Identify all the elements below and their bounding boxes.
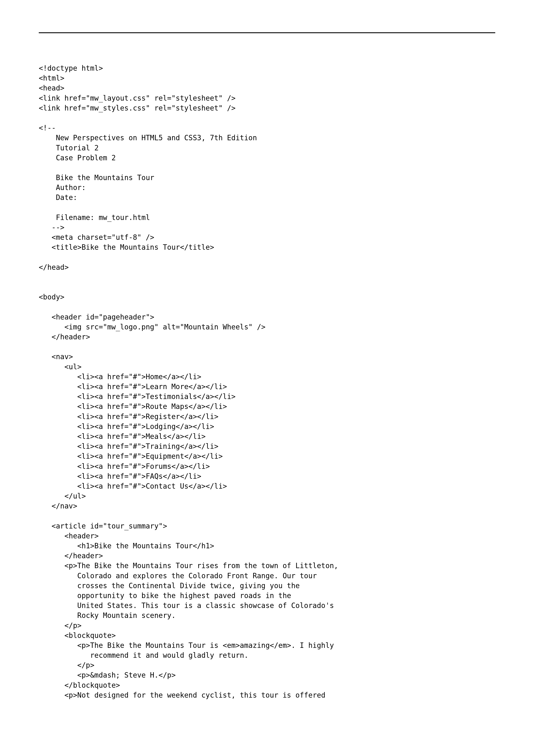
top-horizontal-rule	[39, 32, 495, 33]
code-listing: <!doctype html> <html> <head> <link href…	[39, 63, 495, 700]
document-page: <!doctype html> <html> <head> <link href…	[0, 0, 534, 756]
